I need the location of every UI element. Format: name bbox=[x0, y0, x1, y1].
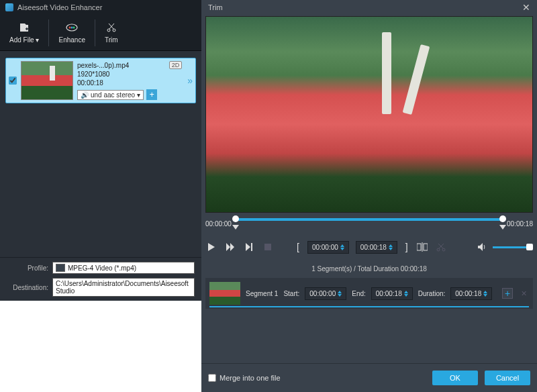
timeline-track[interactable] bbox=[236, 215, 503, 232]
chevron-down-icon: ▾ bbox=[36, 36, 39, 44]
file-checkbox[interactable] bbox=[9, 77, 17, 85]
merge-checkbox[interactable]: Merge into one file bbox=[208, 374, 281, 382]
segment-name: Segment 1 bbox=[246, 290, 278, 297]
trim-marker-end[interactable] bbox=[499, 225, 506, 230]
destination-input[interactable]: C:\Users\Administrator\Documents\Aiseeso… bbox=[52, 278, 195, 297]
file-resolution: 1920*1080 bbox=[77, 70, 182, 78]
dialog-footer: Merge into one file OK Cancel bbox=[201, 363, 537, 392]
seg-duration-label: Duration: bbox=[418, 290, 446, 297]
enhance-label: Enhance bbox=[58, 36, 85, 44]
segment-summary: 1 Segment(s) / Total Duration 00:00:18 bbox=[201, 262, 537, 275]
audio-track-label: und aac stereo bbox=[91, 91, 135, 99]
end-time-spinner[interactable] bbox=[389, 244, 393, 250]
start-time-input[interactable]: 00:00:00 bbox=[307, 241, 349, 254]
seg-start-spinner[interactable] bbox=[338, 291, 342, 297]
seg-duration-value: 00:00:18 bbox=[455, 290, 481, 297]
file-list: pexels-...0p).mp4 2D 1920*1080 00:00:18 … bbox=[0, 51, 201, 110]
trim-button[interactable]: Trim bbox=[95, 19, 128, 46]
delete-segment-button[interactable]: ✕ bbox=[518, 288, 529, 299]
volume-slider[interactable] bbox=[493, 246, 533, 248]
cut-button[interactable] bbox=[435, 241, 447, 253]
badge-2d[interactable]: 2D bbox=[169, 61, 183, 69]
seg-end-spinner[interactable] bbox=[404, 291, 408, 297]
file-item[interactable]: pexels-...0p).mp4 2D 1920*1080 00:00:18 … bbox=[5, 58, 196, 103]
video-preview[interactable] bbox=[205, 16, 533, 213]
end-time-value: 00:00:18 bbox=[360, 244, 387, 251]
svg-rect-6 bbox=[251, 243, 252, 251]
dialog-titlebar: Trim ✕ bbox=[201, 0, 537, 15]
trim-dialog: Trim ✕ 00:00:00 00:00:18 [ 00:00:00 00:0… bbox=[201, 0, 537, 392]
chevron-down-icon: ▾ bbox=[137, 91, 140, 99]
trim-marker-start[interactable] bbox=[232, 225, 239, 230]
trim-handle-start[interactable] bbox=[232, 215, 239, 222]
stop-button[interactable] bbox=[262, 241, 274, 253]
svg-point-3 bbox=[73, 27, 75, 29]
add-file-label: Add File bbox=[9, 36, 34, 44]
svg-point-11 bbox=[442, 248, 445, 251]
split-button[interactable] bbox=[416, 241, 428, 253]
step-button[interactable] bbox=[243, 241, 255, 253]
add-file-button[interactable]: Add File ▾ bbox=[0, 19, 48, 46]
trim-handle-end[interactable] bbox=[499, 215, 506, 222]
merge-label: Merge into one file bbox=[219, 374, 281, 382]
svg-point-5 bbox=[113, 29, 115, 32]
svg-point-4 bbox=[107, 29, 110, 32]
enhance-icon bbox=[66, 21, 78, 34]
file-duration: 00:00:18 bbox=[77, 79, 182, 87]
segment-progress bbox=[209, 306, 529, 307]
profile-value: MPEG-4 Video (*.mp4) bbox=[68, 264, 136, 272]
seg-start-label: Start: bbox=[283, 290, 299, 297]
seg-end-input[interactable]: 00:00:18 bbox=[371, 287, 413, 300]
bracket-in-icon[interactable]: [ bbox=[295, 242, 301, 252]
audio-track-select[interactable]: 🔊 und aac stereo ▾ bbox=[77, 90, 144, 100]
seg-end-label: End: bbox=[352, 290, 366, 297]
trim-timeline: 00:00:00 00:00:18 bbox=[205, 215, 533, 232]
segment-thumbnail bbox=[209, 282, 240, 305]
svg-point-10 bbox=[437, 248, 440, 251]
app-title: Aiseesoft Video Enhancer bbox=[17, 3, 102, 11]
seg-duration-spinner[interactable] bbox=[483, 291, 487, 297]
start-time-spinner[interactable] bbox=[340, 244, 344, 250]
volume-icon[interactable] bbox=[477, 241, 489, 253]
add-file-icon bbox=[18, 21, 30, 34]
seg-start-input[interactable]: 00:00:00 bbox=[305, 287, 346, 300]
svg-rect-9 bbox=[424, 244, 428, 250]
close-icon[interactable]: ✕ bbox=[522, 2, 530, 13]
playback-controls: [ 00:00:00 00:00:18 ] bbox=[205, 237, 533, 257]
next-frame-button[interactable] bbox=[224, 241, 236, 253]
ok-button[interactable]: OK bbox=[432, 371, 478, 385]
seg-end-value: 00:00:18 bbox=[376, 290, 402, 297]
file-name: pexels-...0p).mp4 bbox=[77, 62, 129, 69]
bracket-out-icon[interactable]: ] bbox=[404, 242, 409, 252]
profile-select[interactable]: MPEG-4 Video (*.mp4) bbox=[52, 262, 195, 274]
profile-label: Profile: bbox=[7, 264, 48, 272]
proceed-icon[interactable]: » bbox=[187, 75, 193, 86]
svg-point-1 bbox=[69, 27, 71, 29]
toolbar: Add File ▾ Enhance Trim bbox=[0, 15, 201, 51]
merge-checkbox-input[interactable] bbox=[208, 374, 216, 382]
svg-rect-8 bbox=[417, 244, 421, 250]
seg-start-value: 00:00:00 bbox=[309, 290, 336, 297]
add-segment-button[interactable]: + bbox=[502, 288, 513, 299]
timeline-start: 00:00:00 bbox=[205, 220, 232, 228]
add-track-button[interactable]: + bbox=[146, 89, 157, 100]
start-time-value: 00:00:00 bbox=[312, 244, 338, 251]
app-logo-icon bbox=[5, 3, 13, 11]
destination-value: C:\Users\Administrator\Documents\Aiseeso… bbox=[56, 280, 191, 295]
end-time-input[interactable]: 00:00:18 bbox=[356, 241, 397, 254]
scissors-icon bbox=[105, 21, 117, 34]
segment-row[interactable]: Segment 1 Start: 00:00:00 End: 00:00:18 … bbox=[205, 278, 533, 309]
timeline-end: 00:00:18 bbox=[507, 220, 533, 228]
seg-duration-input[interactable]: 00:00:18 bbox=[450, 287, 492, 300]
dialog-title: Trim bbox=[208, 3, 223, 11]
enhance-button[interactable]: Enhance bbox=[49, 19, 94, 46]
output-bar: Profile: MPEG-4 Video (*.mp4) Destinatio… bbox=[0, 257, 201, 301]
play-button[interactable] bbox=[205, 241, 217, 253]
file-info: pexels-...0p).mp4 2D 1920*1080 00:00:18 … bbox=[77, 61, 182, 100]
svg-rect-7 bbox=[264, 244, 271, 250]
main-window: Aiseesoft Video Enhancer Add File ▾ Enha… bbox=[0, 0, 201, 301]
format-icon bbox=[56, 264, 65, 272]
cancel-button[interactable]: Cancel bbox=[485, 371, 530, 385]
destination-label: Destination: bbox=[7, 284, 48, 291]
svg-point-2 bbox=[71, 27, 73, 29]
